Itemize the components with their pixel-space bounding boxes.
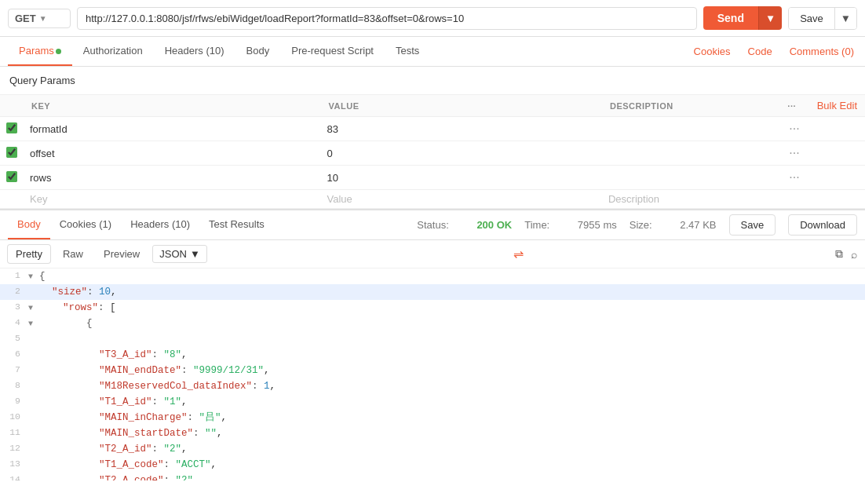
- col-value: VALUE: [321, 95, 602, 117]
- code-link[interactable]: Code: [745, 38, 776, 65]
- params-dot: [56, 49, 61, 54]
- search-icon[interactable]: ⌕: [851, 248, 857, 261]
- param-checkbox-1[interactable]: [6, 147, 17, 158]
- save-button[interactable]: Save: [789, 8, 834, 29]
- viewer-pretty-btn[interactable]: Pretty: [8, 245, 50, 263]
- line-content: "MAIN_startDate": "",: [28, 425, 865, 441]
- table-row: formatId 83 ···: [0, 117, 865, 141]
- code-line: 7 "MAIN_endDate": "9999/12/31",: [0, 363, 865, 378]
- tab-pre-request-script[interactable]: Pre-request Script: [280, 37, 385, 66]
- table-row-placeholder: Key Value Description: [0, 190, 865, 209]
- time-value: 7955 ms: [578, 219, 617, 231]
- col-key: KEY: [24, 95, 321, 117]
- comments-link[interactable]: Comments (0): [787, 38, 857, 65]
- line-content: "T3_A_id": "8",: [28, 347, 865, 363]
- code-line: 8 "M18ReservedCol_dataIndex": 1,: [0, 378, 865, 394]
- code-line: 12 "T2_A_id": "2",: [0, 441, 865, 457]
- line-number: 12: [0, 441, 28, 457]
- param-value-1: 0: [327, 148, 333, 159]
- line-number: 13: [0, 457, 28, 473]
- line-content: "T1_A_id": "1",: [28, 394, 865, 410]
- code-line: 5: [0, 331, 865, 347]
- method-dropdown-icon: ▼: [39, 14, 47, 23]
- param-checkbox-0[interactable]: [6, 122, 17, 133]
- param-opts-btn-0[interactable]: ···: [786, 120, 802, 137]
- copy-icon[interactable]: ⧉: [835, 247, 843, 261]
- line-content: ▼ "rows": [: [28, 300, 865, 316]
- url-input[interactable]: [77, 7, 697, 30]
- collapse-arrow[interactable]: ▼: [28, 272, 38, 281]
- tab-headers[interactable]: Headers (10): [154, 37, 235, 66]
- line-number: 3: [0, 300, 28, 316]
- collapse-arrow[interactable]: ▼: [28, 320, 38, 328]
- line-content: ▼ {: [28, 268, 865, 284]
- line-number: 10: [0, 410, 28, 425]
- line-number: 6: [0, 347, 28, 363]
- line-number: 4: [0, 316, 28, 331]
- response-tab-test-results[interactable]: Test Results: [199, 210, 274, 239]
- line-content: "size": 10,: [28, 284, 865, 300]
- tab-body[interactable]: Body: [235, 37, 281, 66]
- line-number: 2: [0, 284, 28, 300]
- tab-authorization[interactable]: Authorization: [72, 37, 154, 66]
- table-row: offset 0 ···: [0, 141, 865, 166]
- param-value-placeholder: Value: [327, 193, 352, 205]
- line-content: "MAIN_endDate": "9999/12/31",: [28, 363, 865, 378]
- cookies-link[interactable]: Cookies: [691, 38, 734, 65]
- line-number: 7: [0, 363, 28, 378]
- bulk-edit-header[interactable]: Bulk Edit: [809, 95, 865, 117]
- viewer-raw-btn[interactable]: Raw: [55, 245, 91, 263]
- param-key-placeholder: Key: [30, 193, 47, 205]
- json-format-select[interactable]: JSON ▼: [152, 245, 207, 263]
- code-line: 11 "MAIN_startDate": "",: [0, 425, 865, 441]
- param-opts-btn-1[interactable]: ···: [786, 144, 802, 162]
- tab-tests[interactable]: Tests: [385, 37, 430, 66]
- time-label: Time:: [524, 219, 549, 231]
- param-checkbox-2[interactable]: [6, 171, 17, 182]
- line-number: 5: [0, 331, 28, 347]
- wrap-icon[interactable]: ⇌: [513, 247, 524, 261]
- code-line: 9 "T1_A_id": "1",: [0, 394, 865, 410]
- collapse-arrow[interactable]: ▼: [28, 304, 38, 312]
- size-label: Size:: [630, 219, 652, 231]
- param-key-2: rows: [30, 172, 51, 184]
- send-button[interactable]: Send: [703, 6, 758, 30]
- response-tab-cookies[interactable]: Cookies (1): [50, 210, 121, 239]
- line-content: "T2_A_code": "2",: [28, 473, 865, 480]
- col-check: [0, 95, 24, 117]
- code-line: 1▼ {: [0, 268, 865, 284]
- response-tab-headers[interactable]: Headers (10): [121, 210, 199, 239]
- viewer-preview-btn[interactable]: Preview: [96, 245, 148, 263]
- line-content: "M18ReservedCol_dataIndex": 1,: [28, 378, 865, 394]
- line-number: 11: [0, 425, 28, 441]
- code-line: 4▼ {: [0, 316, 865, 331]
- tab-params[interactable]: Params: [8, 37, 72, 66]
- response-tab-body[interactable]: Body: [8, 210, 50, 239]
- send-dropdown-button[interactable]: ▼: [758, 6, 782, 30]
- response-tabs-row: Body Cookies (1) Headers (10) Test Resul…: [0, 210, 865, 240]
- code-line: 14 "T2_A_code": "2",: [0, 473, 865, 480]
- col-description: DESCRIPTION: [602, 95, 779, 117]
- line-number: 9: [0, 394, 28, 410]
- param-key-0: formatId: [30, 123, 68, 135]
- status-label: Status:: [417, 219, 448, 231]
- response-section: Body Cookies (1) Headers (10) Test Resul…: [0, 209, 865, 480]
- save-dropdown-button[interactable]: ▼: [834, 8, 856, 29]
- line-number: 14: [0, 473, 28, 480]
- request-tabs-row: Params Authorization Headers (10) Body P…: [0, 37, 865, 67]
- line-content: "T1_A_code": "ACCT",: [28, 457, 865, 473]
- col-opts: ···: [779, 95, 808, 117]
- status-value: 200 OK: [476, 219, 512, 231]
- line-number: 1: [0, 268, 28, 284]
- response-download-button[interactable]: Download: [788, 214, 857, 236]
- code-view[interactable]: 1▼ {2 "size": 10,3▼ "rows": [4▼ {5 6 "T3…: [0, 268, 865, 480]
- table-row: rows 10 ···: [0, 166, 865, 190]
- top-bar: GET ▼ Send ▼ Save ▼: [0, 0, 865, 37]
- line-number: 8: [0, 378, 28, 394]
- param-opts-btn-2[interactable]: ···: [786, 169, 802, 186]
- line-content: "MAIN_inCharge": "吕",: [28, 410, 865, 425]
- viewer-toolbar: Pretty Raw Preview JSON ▼ ⇌ ⧉ ⌕: [0, 240, 865, 268]
- tab-right-links: Cookies Code Comments (0): [691, 38, 857, 65]
- response-save-button[interactable]: Save: [729, 214, 776, 236]
- method-select[interactable]: GET ▼: [8, 9, 71, 28]
